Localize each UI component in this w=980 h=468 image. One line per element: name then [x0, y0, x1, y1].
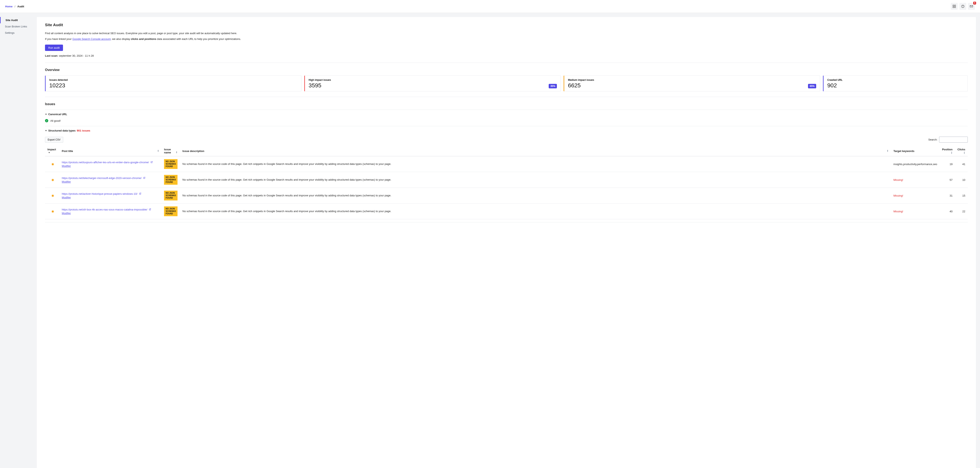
- sort-icon: ▼: [48, 152, 50, 153]
- impact-dot-icon: [52, 164, 54, 165]
- impact-dot-icon: [52, 211, 54, 212]
- check-icon: ✓: [45, 119, 48, 122]
- cell-position: 31: [940, 188, 955, 204]
- help-icon[interactable]: [959, 3, 966, 10]
- cell-clicks: 41: [955, 156, 968, 172]
- export-csv-button[interactable]: Export CSV: [45, 137, 63, 143]
- cell-target-keywords: Missing!: [891, 204, 940, 219]
- last-scan-value: september 30, 2024 - 11 h 28: [59, 54, 94, 57]
- sort-icon: ▲▼: [951, 151, 953, 154]
- table-row: https://protuts.net/sfr-box-4k-acces-nas…: [45, 204, 968, 219]
- accordion-structured: ▼ Structured data types 901 issues Expor…: [45, 126, 968, 222]
- cell-target-keywords: Missing!: [891, 188, 940, 204]
- cell-post-title: https://protuts.net/activer-historique-p…: [59, 188, 162, 204]
- all-good-row: ✓ All good!: [45, 118, 968, 123]
- search-input[interactable]: [939, 137, 968, 143]
- modifier-link[interactable]: Modifier: [62, 180, 159, 183]
- main-content: Site Audit Find all content analysis in …: [37, 17, 976, 468]
- card-value: 6625: [568, 83, 594, 88]
- svg-rect-3: [955, 7, 956, 8]
- modifier-link[interactable]: Modifier: [62, 212, 159, 215]
- table-row: https://protuts.net/activer-historique-p…: [45, 188, 968, 204]
- issue-badge: NO JSON SCHEMAS FOUND: [164, 191, 178, 201]
- card-medium-impact: Medium impact issues 6625 65%: [564, 75, 820, 91]
- post-url-link[interactable]: https://protuts.net/activer-historique-p…: [62, 192, 137, 195]
- mail-icon[interactable]: 6: [968, 3, 975, 10]
- card-label: Issues detected: [49, 78, 68, 81]
- th-position[interactable]: Position▲▼: [940, 146, 955, 156]
- table-row: https://protuts.net/telecharger-microsof…: [45, 172, 968, 188]
- cell-post-title: https://protuts.net/telecharger-microsof…: [59, 172, 162, 188]
- issue-badge: NO JSON SCHEMAS FOUND: [164, 206, 178, 216]
- card-label: High impact issues: [309, 78, 331, 81]
- th-impact[interactable]: Impact▼: [45, 146, 59, 156]
- impact-dot-icon: [52, 179, 54, 181]
- missing-label: Missing!: [894, 178, 903, 181]
- missing-label: Missing!: [894, 210, 903, 213]
- post-url-link[interactable]: https://protuts.net/toujours-afficher-le…: [62, 161, 149, 164]
- run-audit-button[interactable]: Run audit: [45, 45, 63, 51]
- intro-suffix: data associated with each URL to help yo…: [156, 37, 241, 40]
- card-value: 3595: [309, 83, 331, 88]
- cell-issue-description: No schemas found in the source code of t…: [180, 156, 891, 172]
- cell-impact: [45, 188, 59, 204]
- sort-icon: ▲▼: [887, 150, 889, 152]
- grid-icon[interactable]: [951, 3, 958, 10]
- notification-badge: 6: [973, 2, 976, 5]
- intro-bold: clicks and positions: [131, 37, 156, 40]
- th-target-keywords: Target keywords: [891, 146, 940, 156]
- missing-label: Missing!: [894, 194, 903, 197]
- sort-icon: ▲▼: [176, 151, 178, 154]
- cell-post-title: https://protuts.net/sfr-box-4k-acces-nas…: [59, 204, 162, 219]
- card-crawled-url: Crawled URL 902: [823, 75, 968, 91]
- sidebar-item-scan-broken-links[interactable]: Scan Broken Links: [0, 23, 37, 30]
- svg-rect-6: [970, 6, 973, 7]
- cell-impact: [45, 172, 59, 188]
- breadcrumb-home[interactable]: Home: [5, 5, 13, 8]
- cell-issue-description: No schemas found in the source code of t…: [180, 172, 891, 188]
- cell-position: 19: [940, 156, 955, 172]
- cell-issue-name: NO JSON SCHEMAS FOUND: [162, 172, 180, 188]
- layout: Site Audit Scan Broken Links Settings Si…: [0, 13, 980, 468]
- modifier-link[interactable]: Modifier: [62, 165, 159, 167]
- external-link-icon[interactable]: [149, 209, 151, 211]
- th-issue-desc[interactable]: Issue description▲▼: [180, 146, 891, 156]
- cell-post-title: https://protuts.net/toujours-afficher-le…: [59, 156, 162, 172]
- accordion-header-structured[interactable]: ▼ Structured data types 901 issues: [45, 129, 968, 132]
- overview-cards: Issues detected 10223 High impact issues…: [45, 75, 968, 91]
- svg-rect-0: [953, 5, 954, 6]
- external-link-icon[interactable]: [143, 177, 145, 179]
- search-label: Search:: [928, 138, 937, 141]
- th-clicks[interactable]: Clicks▲▼: [955, 146, 968, 156]
- card-value: 902: [827, 83, 843, 88]
- cell-issue-description: No schemas found in the source code of t…: [180, 204, 891, 219]
- intro-line-2: If you have linked your Google Search Co…: [45, 37, 968, 41]
- sort-icon: ▲▼: [157, 150, 159, 152]
- accordion-label: Canonical URL: [48, 113, 67, 116]
- table-row: https://protuts.net/toujours-afficher-le…: [45, 156, 968, 172]
- caret-down-icon: ▼: [45, 129, 47, 132]
- post-url-link[interactable]: https://protuts.net/telecharger-microsof…: [62, 177, 142, 180]
- external-link-icon[interactable]: [139, 193, 141, 195]
- accordion-label: Structured data types: [48, 129, 76, 132]
- modifier-link[interactable]: Modifier: [62, 196, 159, 199]
- issue-badge: NO JSON SCHEMAS FOUND: [164, 159, 178, 169]
- breadcrumb-separator: /: [14, 5, 15, 8]
- th-post-title[interactable]: Post title▲▼: [59, 146, 162, 156]
- sidebar: Site Audit Scan Broken Links Settings: [0, 13, 37, 468]
- card-high-impact: High impact issues 3595 35%: [304, 75, 561, 91]
- sidebar-item-settings[interactable]: Settings: [0, 30, 37, 36]
- gsc-link[interactable]: Google Search Console account: [72, 37, 111, 40]
- sidebar-item-site-audit[interactable]: Site Audit: [0, 17, 37, 23]
- post-url-link[interactable]: https://protuts.net/sfr-box-4k-acces-nas…: [62, 208, 147, 211]
- th-issue-name[interactable]: Issue name▲▼: [162, 146, 180, 156]
- external-link-icon[interactable]: [151, 161, 153, 164]
- accordion-header-canonical[interactable]: ▼ Canonical URL: [45, 113, 968, 116]
- divider: [45, 97, 968, 97]
- issues-table: Impact▼ Post title▲▼ Issue name▲▼ Issue …: [45, 146, 968, 219]
- table-toolbar: Export CSV Search:: [45, 137, 968, 143]
- impact-dot-icon: [52, 195, 54, 197]
- svg-rect-1: [955, 5, 956, 6]
- overview-title: Overview: [45, 68, 968, 72]
- card-label: Crawled URL: [827, 78, 843, 81]
